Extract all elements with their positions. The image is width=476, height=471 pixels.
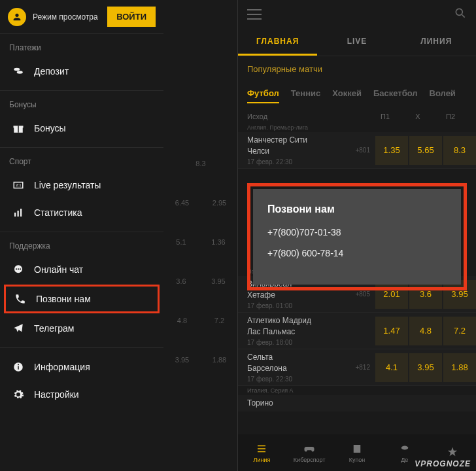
popular-matches-label: Популярные матчи: [238, 56, 476, 82]
svg-point-13: [20, 268, 21, 270]
svg-text:2:1: 2:1: [16, 183, 22, 187]
sport-tennis[interactable]: Теннис: [291, 88, 320, 103]
sport-hockey[interactable]: Хоккей: [332, 88, 362, 103]
info-icon: [12, 360, 25, 374]
telegram-icon: [12, 322, 25, 335]
call-us-modal: Позвони нам +7(800)707-01-38 +7(800) 600…: [247, 183, 467, 290]
right-pane: ГЛАВНАЯ LIVE ЛИНИЯ Популярные матчи Футб…: [238, 0, 476, 471]
section-sport: Спорт 2:1 Live результаты Статистика: [0, 147, 163, 232]
p2-header: П2: [434, 113, 467, 120]
svg-point-17: [456, 9, 462, 15]
svg-point-12: [18, 268, 19, 270]
avatar[interactable]: [8, 8, 26, 26]
left-pane: 8.3 6.452.95 5.11.36 3.63.95 4.87.2 3.95…: [0, 0, 238, 471]
sport-basketball[interactable]: Баскетбол: [373, 88, 418, 103]
odd-x[interactable]: 5.65: [409, 136, 442, 165]
menu-label: Онлайн чат: [34, 264, 83, 275]
svg-rect-20: [258, 448, 265, 449]
match-row[interactable]: Атлетико МадридЛас Пальмас17 февр. 18:00…: [238, 313, 476, 349]
scoreboard-icon: 2:1: [12, 179, 25, 192]
section-title: Бонусы: [0, 96, 163, 114]
sport-football[interactable]: Футбол: [247, 88, 279, 103]
svg-rect-19: [258, 445, 265, 446]
coins-icon: [12, 65, 25, 78]
nav-coupon[interactable]: Купон: [333, 434, 381, 471]
match-row[interactable]: Торино: [238, 395, 476, 411]
menu-call-us[interactable]: Позвони нам: [4, 285, 160, 313]
top-tabs: ГЛАВНАЯ LIVE ЛИНИЯ: [238, 29, 476, 56]
phone-icon: [14, 292, 27, 305]
menu-label: Депозит: [34, 66, 69, 77]
nav-line[interactable]: Линия: [238, 434, 286, 471]
search-icon[interactable]: [454, 7, 467, 22]
menu-chat[interactable]: Онлайн чат: [0, 256, 163, 283]
phone-number-2[interactable]: +7(800) 600-78-14: [267, 248, 447, 258]
section-payments: Платежи Депозит: [0, 33, 163, 90]
menu-label: Телеграм: [34, 323, 74, 334]
odd-p1[interactable]: 4.1: [375, 353, 408, 382]
odd-p1[interactable]: 1.47: [375, 317, 408, 345]
odd-p2[interactable]: 8.3: [443, 136, 476, 165]
odds-header: Исход П1 X П2: [238, 110, 476, 123]
svg-rect-15: [18, 366, 19, 370]
svg-rect-7: [14, 213, 16, 217]
menu-stats[interactable]: Статистика: [0, 199, 163, 226]
hamburger-icon[interactable]: [247, 9, 262, 20]
menu-bonuses[interactable]: Бонусы: [0, 114, 163, 142]
chat-icon: [12, 263, 25, 276]
phone-number-1[interactable]: +7(800)707-01-38: [267, 227, 447, 237]
sport-volleyball[interactable]: Волей: [430, 88, 456, 103]
sidebar: Режим просмотра ВОЙТИ Платежи Депозит Бо…: [0, 0, 163, 413]
modal-title: Позвони нам: [267, 203, 447, 215]
svg-point-1: [17, 71, 23, 74]
tab-live[interactable]: LIVE: [317, 29, 396, 56]
section-misc: Информация Настройки: [0, 347, 163, 413]
section-title: Платежи: [0, 39, 163, 58]
section-support: Поддержка Онлайн чат Позвони нам Телегра…: [0, 232, 163, 347]
gear-icon: [12, 388, 25, 401]
svg-rect-9: [20, 209, 22, 217]
odd-p2[interactable]: 1.88: [443, 353, 476, 382]
outcome-label: Исход: [247, 113, 369, 120]
menu-label: Информация: [34, 362, 90, 372]
menu-settings[interactable]: Настройки: [0, 381, 163, 408]
league-label: Италия. Серия А: [238, 386, 476, 395]
gift-icon: [12, 122, 25, 135]
match-row[interactable]: Манчестер СитиЧелси17 февр. 22:30 +801 1…: [238, 132, 476, 169]
svg-point-16: [18, 364, 19, 365]
svg-point-23: [401, 445, 409, 449]
svg-rect-8: [18, 211, 19, 217]
svg-line-18: [462, 15, 465, 18]
odd-p2[interactable]: 7.2: [443, 317, 476, 345]
tab-main[interactable]: ГЛАВНАЯ: [238, 29, 317, 56]
menu-deposit[interactable]: Депозит: [0, 58, 163, 85]
odd-p1[interactable]: 1.35: [375, 136, 408, 165]
menu-telegram[interactable]: Телеграм: [0, 315, 163, 342]
match-row[interactable]: СельтаБарселона17 февр. 22:30 +812 4.1 3…: [238, 349, 476, 386]
menu-label: Настройки: [34, 389, 79, 400]
odd-x[interactable]: 3.95: [409, 353, 442, 382]
section-bonuses: Бонусы Бонусы: [0, 90, 163, 147]
svg-point-11: [16, 268, 17, 270]
bar-chart-icon: [12, 206, 25, 219]
svg-rect-22: [354, 445, 361, 453]
section-title: Поддержка: [0, 237, 163, 256]
svg-rect-21: [258, 451, 265, 452]
ghost-odds: 8.3 6.452.95 5.11.36 3.63.95 4.87.2 3.95…: [163, 33, 238, 379]
menu-info[interactable]: Информация: [0, 353, 163, 381]
nav-cybersport[interactable]: Киберспорт: [286, 434, 333, 471]
sports-filter: Футбол Теннис Хоккей Баскетбол Волей: [238, 82, 476, 110]
svg-rect-4: [18, 126, 19, 133]
odd-x[interactable]: 4.8: [409, 317, 442, 345]
menu-live-results[interactable]: 2:1 Live результаты: [0, 171, 163, 199]
league-label: Англия. Премьер-лига: [238, 123, 476, 132]
right-header: [238, 0, 476, 29]
menu-label: Позвони нам: [36, 294, 91, 304]
menu-label: Статистика: [34, 207, 82, 218]
p1-header: П1: [369, 113, 401, 120]
login-button[interactable]: ВОЙТИ: [107, 7, 156, 27]
menu-label: Бонусы: [34, 123, 66, 133]
menu-label: Live результаты: [34, 180, 101, 190]
x-header: X: [401, 113, 434, 120]
tab-line[interactable]: ЛИНИЯ: [397, 29, 476, 56]
